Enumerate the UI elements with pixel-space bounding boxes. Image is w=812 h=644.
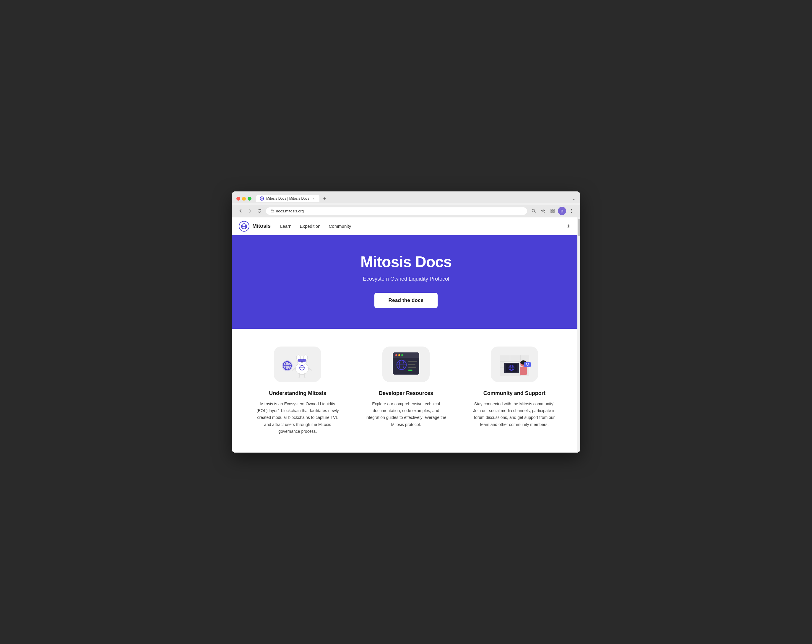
tab-title: Mitosis Docs | Mitosis Docs	[266, 197, 309, 201]
tab-favicon	[260, 197, 264, 201]
forward-button[interactable]	[246, 207, 254, 215]
hero-section: Mitosis Docs Ecosystem Owned Liquidity P…	[232, 235, 580, 329]
svg-point-10	[571, 209, 572, 210]
bookmark-icon[interactable]	[539, 207, 547, 215]
svg-rect-9	[553, 211, 554, 213]
scrollbar[interactable]	[577, 217, 580, 452]
svg-marker-5	[541, 209, 545, 212]
hero-title: Mitosis Docs	[239, 253, 573, 271]
card-desc-understanding: Mitosis is an Ecosystem-Owned Liquidity …	[256, 401, 339, 435]
svg-rect-7	[553, 209, 554, 211]
zoom-icon[interactable]	[530, 207, 538, 215]
svg-rect-6	[551, 209, 552, 211]
fullscreen-button[interactable]	[247, 197, 252, 201]
nav-links: Learn Expedition Community	[280, 224, 564, 229]
titlebar: Mitosis Docs | Mitosis Docs × + ⌄	[237, 194, 575, 203]
address-actions: D	[530, 207, 575, 215]
new-tab-button[interactable]: +	[321, 194, 329, 203]
svg-rect-61	[520, 366, 527, 375]
svg-rect-28	[298, 360, 301, 361]
svg-point-40	[398, 354, 400, 356]
card-desc-developer: Explore our comprehensive technical docu…	[365, 401, 447, 428]
card-developer: Developer Resources Explore our comprehe…	[359, 346, 453, 428]
card-title-community: Community and Support	[473, 390, 556, 397]
logo-icon	[239, 221, 249, 232]
svg-point-12	[571, 212, 572, 213]
svg-line-33	[304, 374, 305, 378]
scrollbar-thumb[interactable]	[578, 218, 580, 237]
tab-bar: Mitosis Docs | Mitosis Docs × +	[256, 194, 329, 203]
svg-rect-38	[393, 356, 419, 358]
card-desc-community: Stay connected with the Mitosis communit…	[473, 401, 556, 428]
card-title-understanding: Understanding Mitosis	[256, 390, 339, 397]
nav-link-expedition[interactable]: Expedition	[300, 224, 320, 229]
svg-rect-29	[302, 360, 305, 361]
svg-point-64	[528, 363, 529, 365]
svg-rect-45	[408, 361, 417, 362]
svg-rect-48	[408, 369, 412, 371]
extensions-icon[interactable]	[548, 207, 557, 215]
nav-link-community[interactable]: Community	[328, 224, 351, 229]
svg-rect-47	[408, 366, 416, 368]
svg-line-4	[534, 212, 536, 213]
svg-rect-2	[271, 210, 274, 212]
read-docs-button[interactable]: Read the docs	[374, 293, 438, 308]
nav-link-learn[interactable]: Learn	[280, 224, 292, 229]
back-button[interactable]	[237, 207, 245, 215]
security-icon	[271, 209, 274, 213]
logo-text: Mitosis	[252, 223, 271, 229]
site-navigation: Mitosis Learn Expedition Community ☀	[232, 217, 580, 235]
close-button[interactable]	[237, 197, 240, 201]
svg-point-63	[526, 363, 527, 365]
address-bar-row: docs.mitosis.org D	[232, 205, 580, 217]
card-community: Community and Support Stay connected wit…	[467, 346, 562, 428]
cards-section: Understanding Mitosis Mitosis is an Ecos…	[232, 329, 580, 452]
traffic-lights	[237, 197, 252, 201]
nav-buttons	[237, 207, 264, 215]
card-understanding: Understanding Mitosis Mitosis is an Ecos…	[250, 346, 345, 435]
reload-button[interactable]	[255, 207, 264, 215]
more-options-icon[interactable]	[567, 207, 575, 215]
card-illustration-developer	[382, 346, 430, 382]
url-text: docs.mitosis.org	[276, 209, 304, 213]
site-logo[interactable]: Mitosis	[239, 221, 271, 232]
card-illustration-understanding	[274, 346, 321, 382]
svg-line-32	[299, 374, 300, 378]
window-controls-chevron: ⌄	[572, 196, 575, 201]
svg-point-41	[401, 354, 403, 356]
svg-point-39	[395, 354, 397, 356]
tab-close-icon[interactable]: ×	[312, 197, 316, 201]
browser-window: Mitosis Docs | Mitosis Docs × + ⌄	[232, 191, 580, 452]
user-avatar[interactable]: D	[558, 207, 566, 215]
address-bar[interactable]: docs.mitosis.org	[266, 208, 527, 215]
svg-point-11	[571, 211, 572, 212]
browser-chrome: Mitosis Docs | Mitosis Docs × + ⌄	[232, 191, 580, 203]
card-illustration-community	[491, 346, 538, 382]
page-content: Mitosis Learn Expedition Community ☀ Mit…	[232, 217, 580, 452]
minimize-button[interactable]	[242, 197, 246, 201]
svg-rect-62	[524, 362, 531, 367]
svg-rect-46	[408, 364, 415, 365]
svg-rect-8	[551, 211, 552, 213]
theme-toggle-button[interactable]: ☀	[564, 221, 573, 231]
active-tab[interactable]: Mitosis Docs | Mitosis Docs ×	[256, 195, 319, 202]
nav-right: ☀	[564, 221, 573, 231]
hero-subtitle: Ecosystem Owned Liquidity Protocol	[239, 276, 573, 282]
card-title-developer: Developer Resources	[365, 390, 447, 397]
